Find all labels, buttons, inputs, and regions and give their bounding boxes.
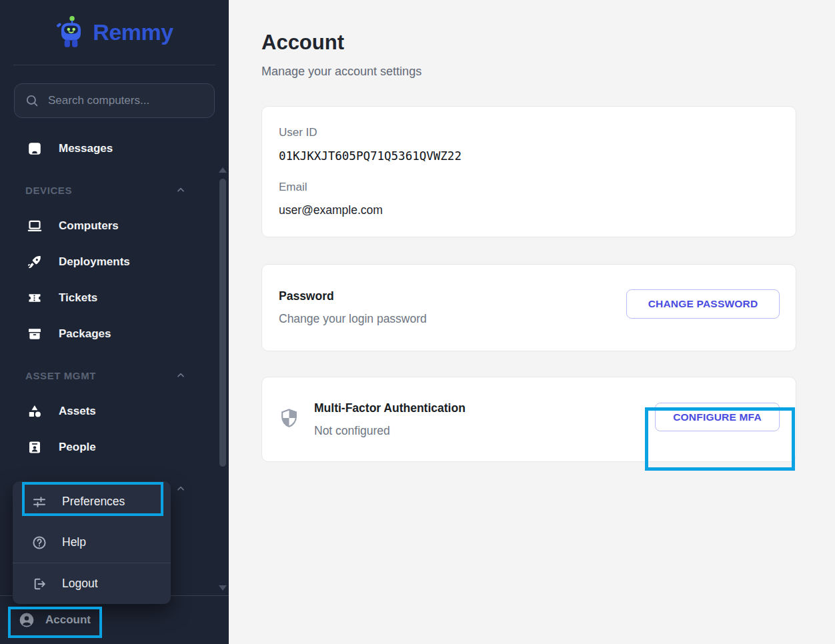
sidebar-item-deployments[interactable]: Deployments xyxy=(0,244,229,280)
change-password-button[interactable]: CHANGE PASSWORD xyxy=(626,289,780,319)
search-box[interactable] xyxy=(14,83,215,118)
scrollbar-down-arrow[interactable] xyxy=(219,585,227,591)
scrollbar-up-arrow[interactable] xyxy=(219,167,227,173)
sidebar-item-computers[interactable]: Computers xyxy=(0,208,229,244)
sidebar-item-packages[interactable]: Packages xyxy=(0,316,229,352)
sidebar-nav: Messages DEVICES Computers xyxy=(0,131,229,507)
mfa-card-title: Multi-Factor Authentication xyxy=(314,401,466,415)
account-popup-menu: Preferences Help Logout xyxy=(13,481,171,604)
package-icon xyxy=(27,326,43,342)
shield-icon xyxy=(279,408,299,431)
user-circle-icon xyxy=(18,611,35,629)
laptop-icon xyxy=(27,218,43,234)
sliders-icon xyxy=(31,494,47,510)
sidebar-item-label: Messages xyxy=(59,142,113,155)
ticket-icon xyxy=(27,290,43,306)
sidebar-item-label: Deployments xyxy=(59,255,130,269)
logout-icon xyxy=(31,576,47,592)
message-icon xyxy=(27,141,43,157)
rocket-icon xyxy=(27,254,43,270)
chevron-up-icon xyxy=(175,185,186,195)
help-circle-icon xyxy=(31,535,47,551)
mfa-card-subtitle: Not configured xyxy=(314,424,466,438)
menu-item-label: Logout xyxy=(62,577,98,591)
section-label: ASSET MGMT xyxy=(25,370,96,381)
menu-item-help[interactable]: Help xyxy=(13,522,171,563)
sidebar-item-label: Tickets xyxy=(59,291,97,305)
app-logo: Remmy xyxy=(0,0,229,65)
mfa-text-block: Multi-Factor Authentication Not configur… xyxy=(314,401,466,438)
sidebar-divider xyxy=(13,65,215,65)
sidebar-item-tickets[interactable]: Tickets xyxy=(0,280,229,316)
robot-logo-icon xyxy=(55,15,86,50)
user-id-label: User ID xyxy=(279,126,779,139)
password-card: Password Change your login password CHAN… xyxy=(261,264,796,351)
sidebar-item-assets[interactable]: Assets xyxy=(0,393,229,429)
configure-mfa-button[interactable]: CONFIGURE MFA xyxy=(655,403,780,431)
mfa-card: Multi-Factor Authentication Not configur… xyxy=(261,377,796,462)
sidebar-item-label: Assets xyxy=(59,405,96,418)
page-subtitle: Manage your account settings xyxy=(261,65,835,79)
profile-card: User ID 01KJKXJT605PQ71Q5361QVWZ22 Email… xyxy=(261,106,796,237)
email-label: Email xyxy=(279,181,779,194)
menu-item-preferences[interactable]: Preferences xyxy=(13,481,171,522)
section-label: DEVICES xyxy=(25,185,72,196)
sidebar-item-messages[interactable]: Messages xyxy=(0,131,229,167)
sidebar: Remmy Messages DEVICES xyxy=(0,0,229,644)
id-badge-icon xyxy=(27,439,43,455)
scrollbar-thumb[interactable] xyxy=(219,179,226,467)
sidebar-item-label: People xyxy=(59,441,96,454)
sidebar-item-label: Computers xyxy=(59,219,119,233)
sidebar-section-devices[interactable]: DEVICES xyxy=(0,172,229,208)
sidebar-section-asset-mgmt[interactable]: ASSET MGMT xyxy=(0,357,229,393)
sidebar-item-label: Packages xyxy=(59,327,111,341)
user-id-value: 01KJKXJT605PQ71Q5361QVWZ22 xyxy=(279,149,779,163)
app-name: Remmy xyxy=(93,19,173,45)
shapes-icon xyxy=(27,403,43,419)
menu-item-label: Preferences xyxy=(62,495,125,509)
search-icon xyxy=(25,93,39,108)
account-button-label: Account xyxy=(45,613,91,627)
chevron-up-icon xyxy=(175,370,186,381)
page-title: Account xyxy=(261,31,835,55)
main-content: Account Manage your account settings Use… xyxy=(229,0,835,644)
search-input[interactable] xyxy=(48,94,204,107)
menu-item-logout[interactable]: Logout xyxy=(13,563,171,604)
chevron-up-icon xyxy=(175,483,186,494)
email-value: user@example.com xyxy=(279,203,779,217)
sidebar-item-people[interactable]: People xyxy=(0,429,229,465)
menu-item-label: Help xyxy=(62,535,86,549)
